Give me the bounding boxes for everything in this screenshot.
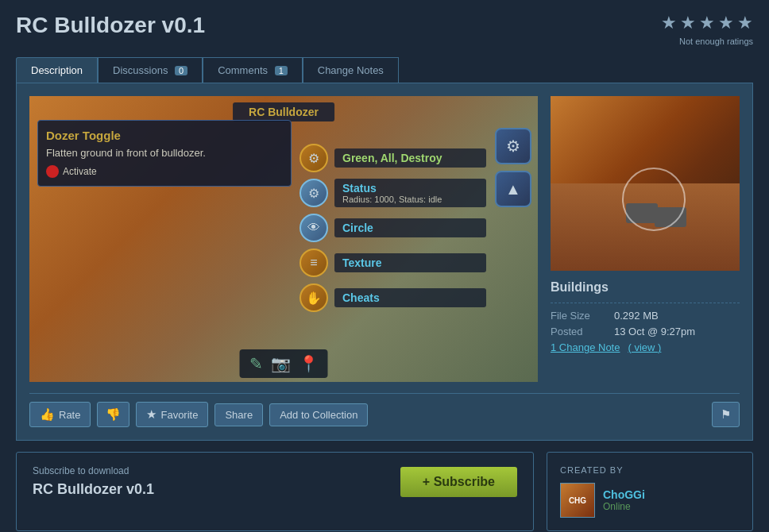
thumb-content [551, 96, 740, 271]
activate-label: Activate [63, 166, 97, 177]
status-title: Status [342, 182, 478, 195]
file-size-row: File Size 0.292 MB [551, 310, 740, 322]
icon-hex-2: ▲ [495, 171, 531, 207]
creator-info: ChoGGi Online [603, 488, 645, 512]
dozer-desc: Flatten ground in front of bulldozer. [46, 147, 283, 159]
info-icon-1: ⚙ [299, 144, 328, 172]
dozer-panel: Dozer Toggle Flatten ground in front of … [37, 120, 292, 187]
page-title: RC Bulldozer v0.1 [16, 13, 205, 38]
change-note-link[interactable]: 1 Change Note [551, 341, 620, 353]
tab-comments[interactable]: Comments 1 [203, 57, 303, 83]
game-bottom-bar: ✎ 📷 📍 [240, 349, 328, 378]
creator-status: Online [603, 501, 645, 512]
star-2: ★ [680, 13, 696, 33]
view-link[interactable]: ( view ) [628, 341, 661, 353]
icon-hex-1: ⚙ [495, 128, 531, 164]
texture-label-area: Texture [334, 253, 486, 272]
subscribe-label: Subscribe to download [33, 465, 154, 476]
subscribe-box: Subscribe to download RC Bulldozer v0.1 … [16, 452, 534, 531]
star-4: ★ [718, 13, 734, 33]
game-screenshot: RC Bulldozer Dozer Toggle Flatten ground… [29, 96, 538, 382]
bottom-icon-camera: 📷 [271, 354, 291, 373]
flag-button[interactable]: ⚑ [712, 402, 740, 427]
rate-label: Rate [59, 409, 80, 421]
circle-icon: 👁 [299, 214, 328, 242]
green-all-destroy-row: ⚙ Green, All, Destroy [299, 144, 486, 172]
discussions-badge: 0 [175, 66, 187, 75]
status-label-area: Status Radius: 1000, Status: idle [334, 179, 486, 207]
content-top: RC Bulldozer Dozer Toggle Flatten ground… [29, 96, 740, 382]
main-content: RC Bulldozer Dozer Toggle Flatten ground… [16, 83, 753, 441]
info-panels: ⚙ Green, All, Destroy ⚙ Status Rad [299, 144, 486, 318]
buildings-label: Buildings [551, 280, 740, 295]
tab-description[interactable]: Description [16, 57, 98, 83]
rate-button[interactable]: 👍 Rate [29, 402, 91, 427]
texture-icon: ≡ [299, 249, 328, 277]
star-1: ★ [661, 13, 677, 33]
game-top-bar: RC Bulldozer [233, 102, 334, 121]
green-all-label-area: Green, All, Destroy [334, 148, 486, 168]
bottom-icon-pin: 📍 [299, 354, 319, 373]
subscribe-btn-label: + Subscribe [423, 475, 495, 489]
rating-area: ★ ★ ★ ★ ★ Not enough ratings [661, 13, 753, 46]
posted-val: 13 Oct @ 9:27pm [614, 326, 695, 337]
add-to-collection-button[interactable]: Add to Collection [269, 403, 368, 426]
activate-icon [46, 165, 59, 178]
change-note-row: 1 Change Note ( view ) [551, 341, 740, 353]
thumbs-up-icon: 👍 [40, 407, 55, 422]
avatar-image: CHG [561, 484, 594, 517]
cheats-row: ✋ Cheats [299, 283, 486, 312]
subscribe-button[interactable]: + Subscribe [400, 467, 517, 497]
flag-icon: ⚑ [721, 407, 731, 421]
creator-row: CHG ChoGGi Online [560, 483, 740, 518]
page-header: RC Bulldozer v0.1 ★ ★ ★ ★ ★ Not enough r… [16, 13, 753, 46]
created-by-label: CREATED BY [560, 465, 740, 475]
cheats-label: Cheats [342, 291, 478, 304]
tab-discussions[interactable]: Discussions 0 [98, 57, 203, 83]
activate-btn[interactable]: Activate [46, 165, 283, 178]
file-size-key: File Size [551, 310, 606, 322]
circle-label: Circle [342, 222, 478, 234]
dozer-title: Dozer Toggle [46, 129, 283, 142]
subscribe-text: Subscribe to download RC Bulldozer v0.1 [33, 465, 154, 498]
favorite-button[interactable]: ★ Favorite [136, 402, 208, 427]
creator-name[interactable]: ChoGGi [603, 488, 645, 501]
stars: ★ ★ ★ ★ ★ [661, 13, 753, 33]
posted-key: Posted [551, 326, 606, 337]
thumb-circle [622, 168, 686, 231]
tab-change-notes[interactable]: Change Notes [303, 57, 399, 83]
sidebar-labels: Buildings File Size 0.292 MB Posted 13 O… [551, 280, 740, 357]
cheats-icon: ✋ [299, 283, 328, 312]
green-all-destroy-label: Green, All, Destroy [342, 152, 478, 164]
share-label: Share [225, 409, 253, 421]
circle-label-area: Circle [334, 218, 486, 237]
thumbnail-box [551, 96, 740, 271]
comments-badge: 1 [275, 66, 288, 75]
sidebar-info: Buildings File Size 0.292 MB Posted 13 O… [551, 96, 740, 382]
cheats-label-area: Cheats [334, 288, 486, 307]
action-bar: 👍 Rate 👎 ★ Favorite Share Add to Collect… [29, 393, 740, 427]
favorite-label: Favorite [160, 409, 198, 421]
star-5: ★ [737, 13, 753, 33]
created-by-box: CREATED BY CHG ChoGGi Online [547, 452, 753, 531]
ui-overlay: RC Bulldozer Dozer Toggle Flatten ground… [29, 96, 538, 382]
status-icon: ⚙ [299, 179, 328, 207]
share-button[interactable]: Share [214, 403, 263, 426]
dislike-button[interactable]: 👎 [97, 402, 129, 427]
meta-table: File Size 0.292 MB Posted 13 Oct @ 9:27p… [551, 303, 740, 353]
star-3: ★ [699, 13, 715, 33]
creator-avatar: CHG [560, 483, 595, 518]
bottom-icon-edit: ✎ [249, 354, 263, 373]
status-row: ⚙ Status Radius: 1000, Status: idle [299, 179, 486, 207]
circle-row: 👁 Circle [299, 214, 486, 242]
add-to-collection-label: Add to Collection [280, 409, 357, 421]
posted-row: Posted 13 Oct @ 9:27pm [551, 326, 740, 337]
star-icon: ★ [146, 407, 157, 422]
thumbs-down-icon: 👎 [106, 407, 121, 421]
screenshot-area[interactable]: RC Bulldozer Dozer Toggle Flatten ground… [29, 96, 538, 382]
status-value: Radius: 1000, Status: idle [342, 195, 478, 204]
subscribe-title: RC Bulldozer v0.1 [33, 481, 154, 498]
texture-row: ≡ Texture [299, 249, 486, 277]
subscribe-row: Subscribe to download RC Bulldozer v0.1 … [33, 465, 517, 498]
bottom-section: Subscribe to download RC Bulldozer v0.1 … [16, 452, 753, 531]
